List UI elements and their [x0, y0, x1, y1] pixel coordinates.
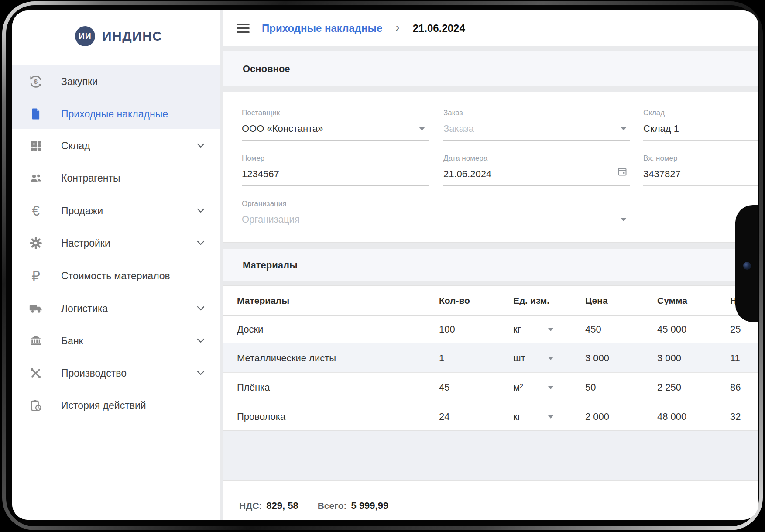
- field-label: Вх. номер: [643, 154, 758, 163]
- sidebar-item-production[interactable]: Производство: [12, 357, 220, 389]
- section-title: Материалы: [243, 260, 298, 271]
- table-row[interactable]: Проволока 24 кг 2 000 48 000 32: [223, 402, 758, 431]
- sidebar-item-material-costs[interactable]: ₽ Стоимость материалов: [12, 260, 220, 292]
- sidebar-item-warehouse[interactable]: Склад: [12, 130, 220, 162]
- col-header-material: Материалы: [237, 286, 289, 316]
- cell-qty: 1: [439, 343, 444, 373]
- euro-icon: €: [28, 204, 44, 218]
- cell-unit[interactable]: кг: [513, 402, 521, 431]
- table-row[interactable]: Металлические листы 1 шт 3 000 3 000 11: [223, 343, 758, 373]
- grand-total: Всего: 5 999,99: [318, 500, 388, 511]
- truck-icon: [28, 301, 44, 316]
- sync-dollar-icon: $: [28, 74, 44, 89]
- table-row[interactable]: Плёнка 45 м² 50 2 250 86: [223, 373, 758, 402]
- dropdown-arrow-icon[interactable]: [548, 328, 553, 331]
- chevron-down-icon: [197, 305, 205, 312]
- grand-total-label: Всего:: [318, 501, 347, 511]
- field-label: Заказ: [443, 109, 630, 117]
- table-header-row: Материалы Кол-во Ед. изм. Цена Сумма НДС: [223, 286, 758, 316]
- field-value: Склад 1: [643, 123, 758, 134]
- sidebar-item-counterparties[interactable]: Контрагенты: [12, 162, 220, 194]
- cell-vat: 86: [730, 373, 741, 402]
- supplier-select[interactable]: Поставщик ООО «Константа»: [242, 109, 429, 141]
- sidebar-item-label: Настройки: [61, 237, 110, 249]
- calendar-icon[interactable]: [617, 166, 628, 178]
- sidebar-item-label: Производство: [61, 367, 127, 379]
- vat-total-value: 829, 58: [266, 500, 298, 511]
- cell-vat: 11: [730, 343, 740, 373]
- breadcrumb-current: 21.06.2024: [413, 22, 465, 34]
- field-value: 21.06.2024: [443, 168, 630, 180]
- cell-sum: 2 250: [657, 373, 681, 402]
- field-label: Организация: [242, 199, 630, 208]
- vat-total: НДС: 829, 58: [239, 500, 298, 511]
- warehouse-select[interactable]: Склад Склад 1: [643, 109, 758, 141]
- section-main-header: Основное: [223, 51, 758, 86]
- order-select[interactable]: Заказ Заказа: [443, 109, 630, 141]
- sidebar: ИИ ИНДИНС $ Закупки: [12, 10, 220, 520]
- cell-qty: 45: [439, 373, 449, 402]
- dropdown-arrow-icon[interactable]: [548, 357, 553, 360]
- sidebar-item-settings[interactable]: Настройки: [12, 227, 220, 259]
- breadcrumb-link[interactable]: Приходные накладные: [262, 22, 382, 34]
- sidebar-item-sales[interactable]: € Продажи: [12, 195, 220, 227]
- sidebar-item-label: Закупки: [61, 76, 98, 88]
- sidebar-item-label: Приходные накладные: [61, 108, 168, 120]
- topbar: Приходные накладные › 21.06.2024: [223, 10, 758, 46]
- sidebar-item-purchases[interactable]: $ Закупки: [12, 65, 220, 98]
- sidebar-item-label: Контрагенты: [61, 172, 120, 184]
- app-screen: ИИ ИНДИНС $ Закупки: [12, 10, 758, 520]
- sidebar-item-incoming-invoices[interactable]: Приходные накладные: [12, 98, 220, 130]
- cell-unit[interactable]: кг: [513, 316, 521, 343]
- main-form-card: Поставщик ООО «Константа» Заказ Заказа С…: [223, 92, 758, 243]
- brand-logo-icon: ИИ: [75, 26, 95, 46]
- grand-total-value: 5 999,99: [351, 500, 389, 511]
- people-icon: [28, 171, 44, 185]
- chevron-down-icon: [197, 207, 205, 215]
- cell-unit[interactable]: м²: [513, 373, 523, 402]
- cell-price: 50: [585, 373, 596, 402]
- cell-qty: 100: [439, 316, 455, 343]
- euro-glyph: €: [32, 204, 39, 218]
- sidebar-item-bank[interactable]: Банк: [12, 325, 220, 357]
- chevron-down-icon: [197, 142, 205, 150]
- section-materials-header: Материалы: [223, 249, 758, 281]
- sidebar-item-label: Склад: [61, 140, 90, 152]
- field-value: ООО «Константа»: [242, 123, 429, 134]
- cell-vat: 32: [730, 402, 741, 431]
- tools-icon: [28, 367, 44, 380]
- number-date-input[interactable]: Дата номера 21.06.2024: [443, 154, 630, 186]
- cell-unit[interactable]: шт: [513, 343, 525, 373]
- dropdown-arrow-icon: [419, 127, 425, 130]
- grid-icon: [28, 139, 44, 152]
- field-label: Номер: [242, 154, 429, 163]
- ruble-glyph: ₽: [31, 269, 40, 283]
- camera-lens-icon: [743, 262, 751, 270]
- dropdown-arrow-icon[interactable]: [548, 386, 553, 389]
- sidebar-item-label: История действий: [61, 400, 146, 412]
- history-icon: [28, 399, 44, 412]
- content-area: Приходные накладные › 21.06.2024 Основно…: [220, 10, 758, 520]
- section-title: Основное: [243, 63, 290, 75]
- table-row[interactable]: Доски 100 кг 450 45 000 25: [223, 316, 758, 343]
- number-input[interactable]: Номер 1234567: [242, 154, 429, 186]
- incoming-number-input[interactable]: Вх. номер 3437827: [643, 154, 758, 186]
- sidebar-item-label: Стоимость материалов: [61, 270, 170, 282]
- document-icon: [28, 107, 44, 120]
- sidebar-item-label: Логистика: [61, 303, 108, 315]
- organization-select[interactable]: Организация Организация: [242, 199, 630, 231]
- cell-material: Металлические листы: [237, 343, 336, 373]
- cell-price: 450: [585, 316, 601, 343]
- cell-material: Доски: [237, 316, 263, 343]
- dropdown-arrow-icon[interactable]: [548, 415, 553, 419]
- sidebar-item-label: Банк: [61, 335, 83, 347]
- menu-icon[interactable]: [237, 24, 250, 33]
- cell-sum: 45 000: [657, 316, 686, 343]
- breadcrumb-separator-icon: ›: [395, 21, 399, 34]
- materials-table: Материалы Кол-во Ед. изм. Цена Сумма НДС…: [223, 285, 758, 431]
- vat-total-label: НДС:: [239, 501, 262, 511]
- sidebar-item-action-history[interactable]: История действий: [12, 389, 220, 422]
- field-label: Склад: [643, 109, 758, 117]
- sidebar-item-logistics[interactable]: Логистика: [12, 292, 220, 325]
- chevron-down-icon: [197, 369, 205, 377]
